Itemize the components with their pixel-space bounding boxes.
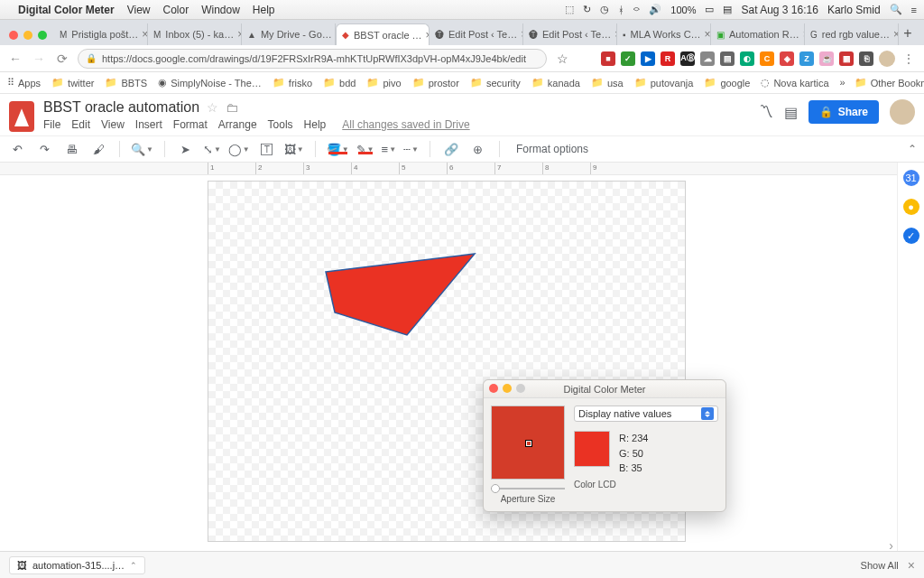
bookmark-simplynoise[interactable]: ◉SimplyNoise - The… <box>158 77 262 89</box>
chevron-up-icon[interactable]: ⌃ <box>130 561 137 570</box>
menubar-clock[interactable]: Sat Aug 3 16:16 <box>741 4 818 16</box>
flag-icon[interactable]: ▤ <box>723 4 732 15</box>
tab-close-icon[interactable]: × <box>142 28 148 41</box>
link-button[interactable]: 🔗 <box>441 143 461 156</box>
menu-list-icon[interactable]: ≡ <box>911 5 917 15</box>
new-tab-button[interactable]: + <box>899 25 917 45</box>
tab-close-icon[interactable]: × <box>705 28 711 41</box>
menu-help[interactable]: Help <box>304 118 327 131</box>
comment-button[interactable]: ⊕ <box>468 143 488 156</box>
ext-icon[interactable]: ⎘ <box>859 51 873 66</box>
shape-tool[interactable]: ◯▼ <box>228 143 250 156</box>
tab-google-search[interactable]: Gred rgb value…× <box>805 23 899 45</box>
print-button[interactable]: 🖶 <box>61 143 81 156</box>
menu-view[interactable]: View <box>101 118 125 131</box>
download-item[interactable]: 🖼 automation-315....j… ⌃ <box>9 556 145 574</box>
sync-icon[interactable]: ↻ <box>583 4 591 15</box>
ext-icon[interactable]: ☁ <box>700 51 715 66</box>
tab-gmail-inbox[interactable]: MInbox (5) - ka…× <box>148 23 242 45</box>
address-bar[interactable]: 🔒 https://docs.google.com/drawings/d/19F… <box>78 49 547 69</box>
ext-icon[interactable]: ▤ <box>720 51 735 66</box>
calendar-addon-icon[interactable]: 31 <box>903 170 919 186</box>
share-button[interactable]: 🔒Share <box>808 100 879 124</box>
ext-icon[interactable]: Z <box>799 51 814 66</box>
bookmark-folder-pivo[interactable]: 📁pivo <box>366 77 401 89</box>
menubar-user[interactable]: Karlo Smid <box>827 4 881 16</box>
account-avatar-icon[interactable] <box>890 99 915 125</box>
border-weight-button[interactable]: ≡▼ <box>382 143 397 156</box>
menu-format[interactable]: Format <box>173 118 208 131</box>
close-shelf-icon[interactable]: × <box>908 558 915 573</box>
menubar-item-color[interactable]: Color <box>162 4 189 16</box>
image-tool[interactable]: 🖼▼ <box>284 143 304 156</box>
menubar-item-window[interactable]: Window <box>201 4 240 16</box>
ext-icon[interactable]: ▶ <box>641 51 655 66</box>
border-color-button[interactable]: ✎▼ <box>356 143 374 156</box>
save-status[interactable]: All changes saved in Drive <box>342 118 469 131</box>
dcm-titlebar[interactable]: Digital Color Meter <box>484 380 725 398</box>
dcm-minimize-button[interactable] <box>503 384 512 393</box>
aperture-slider[interactable] <box>491 485 565 492</box>
move-folder-icon[interactable]: 🗀 <box>226 100 238 115</box>
red-polygon-shape[interactable] <box>317 249 479 351</box>
tab-bbst-oracle[interactable]: ◆BBST oracle …× <box>336 23 430 45</box>
tasks-addon-icon[interactable]: ✓ <box>903 228 919 244</box>
paint-format-button[interactable]: 🖌 <box>88 143 108 156</box>
star-icon[interactable]: ☆ <box>207 100 218 115</box>
ext-icon[interactable]: C <box>760 51 774 66</box>
bookmark-folder-google[interactable]: 📁google <box>704 77 750 89</box>
nav-reload-icon[interactable]: ⟳ <box>54 51 70 66</box>
ext-icon[interactable]: ■ <box>601 51 615 66</box>
menu-tools[interactable]: Tools <box>268 118 293 131</box>
document-title[interactable]: BBST oracle automation <box>43 99 199 116</box>
redo-button[interactable]: ↷ <box>34 143 54 156</box>
star-icon[interactable]: ☆ <box>554 51 570 66</box>
nav-back-icon[interactable]: ← <box>7 51 23 66</box>
border-dash-button[interactable]: ┄▼ <box>403 143 419 156</box>
format-options-button[interactable]: Format options <box>516 143 588 155</box>
fill-color-button[interactable]: 🪣▼ <box>327 143 349 156</box>
activity-icon[interactable]: 〽 <box>759 104 773 120</box>
bookmark-novakartica[interactable]: ◌Nova kartica <box>761 77 828 89</box>
tab-mla[interactable]: ▪MLA Works C…× <box>617 23 711 45</box>
tab-edit-post-1[interactable]: 🅣Edit Post ‹ Te…× <box>430 23 523 45</box>
undo-button[interactable]: ↶ <box>7 143 27 156</box>
bookmark-folder-security[interactable]: 📁security <box>470 77 521 89</box>
menubar-app-name[interactable]: Digital Color Meter <box>18 4 115 16</box>
toolbar-collapse-icon[interactable]: ⌃ <box>908 143 917 155</box>
ext-icon[interactable]: ◐ <box>740 51 754 66</box>
dcm-close-button[interactable] <box>489 384 498 393</box>
bookmark-apps[interactable]: ⠿Apps <box>7 77 41 89</box>
bookmark-folder-usa[interactable]: 📁usa <box>591 77 624 89</box>
profile-avatar-icon[interactable] <box>879 51 895 67</box>
menu-edit[interactable]: Edit <box>71 118 90 131</box>
menu-arrange[interactable]: Arrange <box>218 118 257 131</box>
menubar-item-help[interactable]: Help <box>253 4 275 16</box>
ext-icon[interactable]: ▦ <box>839 51 854 66</box>
clock-icon[interactable]: ◷ <box>600 4 609 15</box>
zoom-dropdown[interactable]: 🔍▼ <box>131 143 153 156</box>
tab-edit-post-2[interactable]: 🅣Edit Post ‹ Te…× <box>523 23 617 45</box>
ext-icon[interactable]: AⒷ <box>680 51 695 66</box>
select-tool[interactable]: ➤ <box>176 143 196 156</box>
chrome-menu-icon[interactable]: ⋮ <box>901 51 917 66</box>
bookmark-folder-twitter[interactable]: 📁twitter <box>51 77 94 89</box>
drawings-logo-icon[interactable] <box>9 101 34 132</box>
show-all-downloads[interactable]: Show All <box>861 560 899 571</box>
spotlight-icon[interactable]: 🔍 <box>890 4 902 15</box>
window-close[interactable] <box>9 31 18 40</box>
battery-percent[interactable]: 100% <box>670 5 696 15</box>
bookmark-folder-prostor[interactable]: 📁prostor <box>412 77 459 89</box>
bookmark-folder-kanada[interactable]: 📁kanada <box>531 77 580 89</box>
tab-gmail-pristigla[interactable]: MPristigla pošt…× <box>54 23 148 45</box>
other-bookmarks[interactable]: 📁Other Bookmarks <box>855 77 924 89</box>
tab-close-icon[interactable]: × <box>893 28 899 41</box>
menu-file[interactable]: File <box>43 118 60 131</box>
menu-insert[interactable]: Insert <box>135 118 162 131</box>
dropbox-icon[interactable]: ⬚ <box>565 4 574 15</box>
line-tool[interactable]: ⤡▼ <box>203 143 221 156</box>
digital-color-meter-window[interactable]: Digital Color Meter Aperture Size Displa… <box>483 379 726 512</box>
menubar-item-view[interactable]: View <box>127 4 151 16</box>
bookmark-folder-bbts[interactable]: 📁BBTS <box>105 77 147 89</box>
textbox-tool[interactable]: 🅃 <box>257 143 277 156</box>
